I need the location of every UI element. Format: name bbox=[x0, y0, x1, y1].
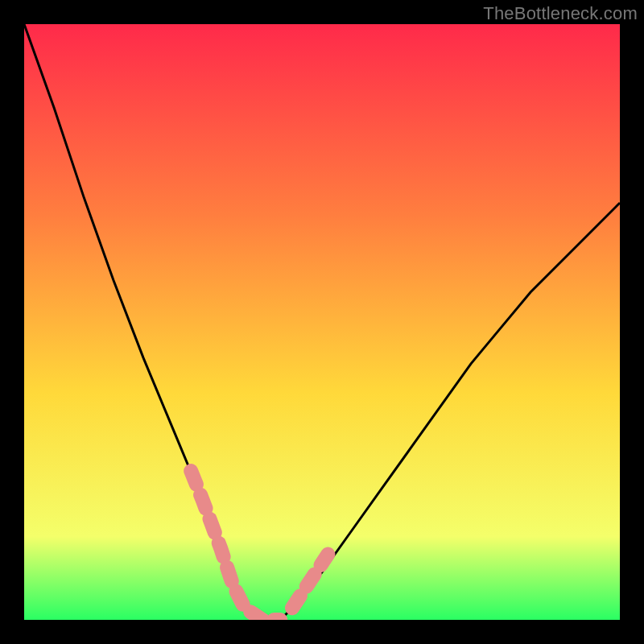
watermark-text: TheBottleneck.com bbox=[483, 3, 638, 24]
bottleneck-chart bbox=[24, 24, 620, 620]
chart-frame: TheBottleneck.com bbox=[0, 0, 644, 644]
plot-area bbox=[24, 24, 620, 620]
heatmap-background bbox=[24, 24, 620, 620]
